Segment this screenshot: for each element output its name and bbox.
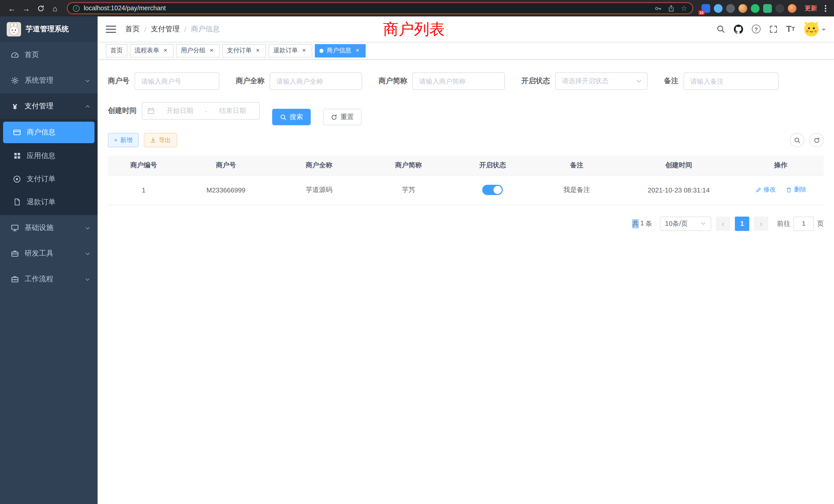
- home-icon[interactable]: ⌂: [48, 2, 62, 15]
- share-icon[interactable]: [668, 4, 675, 12]
- breadcrumb-separator: /: [184, 25, 186, 33]
- browser-toolbar: ← → ⌂ i localhost:1024/pay/merchant ☆ 10: [0, 0, 834, 17]
- back-icon[interactable]: ←: [5, 2, 19, 15]
- yen-icon: ¥: [10, 102, 20, 110]
- sidebar-item-pay-order[interactable]: 支付订单: [0, 167, 97, 190]
- add-button-label: 新增: [120, 136, 132, 144]
- reload-icon[interactable]: [34, 2, 47, 15]
- app-frame: 芋道管理系统 首页 系统管理 ¥ 支付管理: [0, 17, 834, 504]
- extension-icon-6[interactable]: [763, 4, 772, 13]
- sidebar-item-infrastructure[interactable]: 基础设施: [0, 215, 97, 241]
- user-menu[interactable]: [804, 21, 826, 37]
- sidebar-item-label: 商户信息: [27, 128, 87, 137]
- full-name-input[interactable]: [270, 72, 362, 90]
- extension-badge: 10: [698, 10, 705, 15]
- breadcrumb-item[interactable]: 支付管理: [151, 24, 180, 33]
- close-icon[interactable]: ×: [208, 47, 215, 54]
- status-toggle[interactable]: [482, 185, 503, 195]
- user-avatar: [804, 21, 819, 37]
- tab-merchant-info[interactable]: 商户信息 ×: [315, 44, 366, 57]
- edit-link[interactable]: 修改: [755, 186, 776, 194]
- forward-icon[interactable]: →: [20, 2, 33, 15]
- breadcrumb-separator: /: [144, 25, 146, 33]
- close-icon[interactable]: ×: [162, 47, 169, 54]
- sidebar-item-app-info[interactable]: 应用信息: [0, 144, 97, 167]
- delete-link[interactable]: 删除: [786, 186, 806, 194]
- extension-icon-1[interactable]: 10: [702, 4, 710, 13]
- tab-process-form[interactable]: 流程表单 ×: [130, 44, 174, 57]
- site-info-icon[interactable]: i: [73, 5, 80, 12]
- delete-label: 删除: [794, 186, 806, 194]
- date-range-picker[interactable]: 开始日期 - 结束日期: [142, 102, 260, 120]
- screen: ← → ⌂ i localhost:1024/pay/merchant ☆ 10: [0, 0, 834, 504]
- prev-page-button[interactable]: ‹: [716, 216, 730, 231]
- grid-icon: [12, 152, 22, 160]
- help-icon[interactable]: ?: [752, 25, 761, 33]
- sidebar-item-refund-order[interactable]: 退款订单: [0, 190, 97, 213]
- password-key-icon[interactable]: [655, 4, 662, 12]
- extension-icon-4[interactable]: [739, 4, 747, 13]
- sidebar-toggle-icon[interactable]: [106, 25, 116, 32]
- close-icon[interactable]: ×: [354, 47, 361, 54]
- tab-pay-order[interactable]: 支付订单 ×: [222, 44, 266, 57]
- fullscreen-icon[interactable]: [769, 25, 777, 33]
- sidebar-item-merchant-info[interactable]: 商户信息: [3, 122, 94, 143]
- close-icon[interactable]: ×: [254, 47, 261, 54]
- sidebar-item-home[interactable]: 首页: [0, 42, 97, 68]
- filter-merchant-no: 商户号: [108, 72, 219, 90]
- extension-icon-8[interactable]: [788, 4, 796, 13]
- logo-row[interactable]: 芋道管理系统: [0, 17, 97, 42]
- tab-home[interactable]: 首页: [106, 44, 127, 57]
- goto-page-input[interactable]: [793, 216, 814, 231]
- monitor-icon: [10, 224, 20, 232]
- top-navbar: 首页 / 支付管理 / 商户信息 商户列表 ?: [97, 17, 834, 42]
- search-icon[interactable]: [717, 25, 725, 33]
- sidebar-item-payment[interactable]: ¥ 支付管理: [0, 93, 97, 119]
- filter-create-time: 创建时间 开始日期 - 结束日期: [108, 102, 260, 120]
- edit-label: 修改: [763, 186, 776, 194]
- github-icon[interactable]: [734, 24, 743, 33]
- tab-label: 支付订单: [227, 46, 251, 55]
- filter-full-name: 商户全称: [236, 72, 362, 90]
- status-select[interactable]: 请选择开启状态: [555, 72, 648, 90]
- tab-label: 商户信息: [327, 46, 351, 55]
- bookmark-star-icon[interactable]: ☆: [681, 4, 687, 12]
- font-size-icon[interactable]: TT: [786, 25, 795, 33]
- export-button[interactable]: 导出: [144, 133, 177, 147]
- next-page-button[interactable]: ›: [754, 216, 768, 231]
- add-button[interactable]: + 新增: [108, 133, 139, 147]
- url-bar[interactable]: i localhost:1024/pay/merchant ☆: [67, 2, 693, 14]
- chevron-down-icon: [85, 276, 90, 282]
- browser-menu-icon[interactable]: [822, 5, 829, 12]
- extension-icon-3[interactable]: [726, 4, 735, 13]
- sidebar-item-label: 应用信息: [27, 151, 90, 160]
- extension-icon-5[interactable]: [751, 4, 760, 13]
- cell-id: 1: [108, 175, 179, 205]
- browser-update-button[interactable]: 更新: [800, 4, 821, 13]
- remark-input[interactable]: [683, 72, 778, 90]
- toggle-search-icon[interactable]: [790, 133, 804, 147]
- close-icon[interactable]: ×: [301, 47, 308, 54]
- total-count: 1: [640, 219, 644, 228]
- sidebar-item-system[interactable]: 系统管理: [0, 68, 97, 93]
- merchant-table: 商户编号 商户号 商户全称 商户简称 开启状态 备注 创建时间 操作 1: [108, 156, 824, 205]
- extension-icon-2[interactable]: [714, 4, 723, 13]
- field-label: 商户号: [108, 76, 135, 86]
- sidebar-item-workflow[interactable]: 工作流程: [0, 266, 97, 292]
- search-button[interactable]: 搜索: [272, 109, 311, 125]
- breadcrumb-item[interactable]: 首页: [125, 24, 140, 33]
- sidebar-item-dev-tools[interactable]: 研发工具: [0, 241, 97, 266]
- cell-short-name: 芋艿: [366, 175, 452, 205]
- sidebar-item-label: 研发工具: [25, 249, 80, 258]
- select-placeholder: 请选择开启状态: [562, 76, 609, 86]
- extension-icon-7[interactable]: [775, 4, 784, 13]
- refresh-table-icon[interactable]: [809, 133, 824, 147]
- reset-button[interactable]: 重置: [323, 109, 361, 125]
- sidebar-item-label: 退款订单: [27, 197, 90, 207]
- tab-refund-order[interactable]: 退款订单 ×: [269, 44, 312, 57]
- page-size-select[interactable]: 10条/页: [660, 216, 711, 231]
- current-page-button[interactable]: 1: [735, 216, 749, 231]
- merchant-no-input[interactable]: [135, 72, 219, 90]
- tab-user-group[interactable]: 用户分组 ×: [176, 44, 220, 57]
- short-name-input[interactable]: [412, 72, 505, 90]
